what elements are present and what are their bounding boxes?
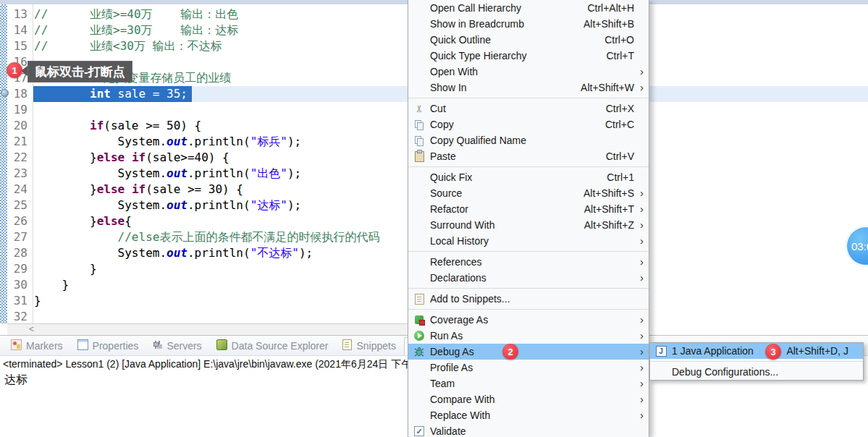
submenu-arrow-icon: › — [637, 391, 646, 407]
menu-item-copy-qualified-name[interactable]: Copy Qualified Name — [408, 132, 649, 148]
paste-icon — [408, 151, 430, 162]
line-number[interactable]: 19 — [6, 102, 28, 118]
menu-item-copy[interactable]: CopyCtrl+C — [408, 116, 649, 132]
cut-icon: ✂ — [408, 103, 430, 114]
menu-item-debug-configurations[interactable]: Debug Configurations... — [650, 364, 863, 380]
line-number[interactable]: 21 — [6, 134, 28, 150]
submenu-arrow-icon: › — [637, 344, 646, 360]
menu-item-label: Debug As — [430, 346, 474, 357]
menu-item-debug-as[interactable]: Debug As› — [408, 344, 649, 360]
menu-item-show-in[interactable]: Show InAlt+Shift+W› — [408, 80, 649, 96]
menu-item-paste[interactable]: PasteCtrl+V — [408, 148, 649, 164]
submenu-arrow-icon: › — [637, 185, 646, 201]
line-number[interactable]: 23 — [6, 166, 28, 182]
tab-snippets[interactable]: Snippets — [336, 337, 402, 355]
markers-icon — [11, 339, 22, 352]
menu-item-open-call-hierarchy[interactable]: Open Call HierarchyCtrl+Alt+H — [408, 0, 649, 16]
line-number[interactable]: 20 — [6, 118, 28, 134]
menu-item-compare-with[interactable]: Compare With› — [408, 391, 649, 407]
menu-separator — [650, 361, 863, 362]
line-number[interactable]: 29 — [6, 261, 28, 277]
code-text: // 业绩>=30万 输出：达标 — [34, 22, 238, 38]
menu-shortcut: Alt+Shift+S — [583, 187, 634, 199]
menu-item-cut[interactable]: ✂CutCtrl+X — [408, 101, 649, 116]
line-number[interactable]: 27 — [6, 229, 28, 245]
breakpoint-tooltip: 鼠标双击-打断点 — [28, 61, 132, 82]
menu-item-label: Quick Fix — [430, 171, 472, 183]
line-number[interactable]: 32 — [6, 309, 28, 325]
menu-item-label: Copy Qualified Name — [430, 135, 526, 146]
menu-item-references[interactable]: References› — [408, 254, 649, 270]
menu-shortcut: Ctrl+T — [607, 50, 635, 61]
menu-item-coverage-as[interactable]: Coverage As› — [408, 312, 649, 328]
debug-icon — [408, 347, 430, 357]
menu-shortcut: Alt+Shift+B — [583, 18, 634, 30]
menu-item-source[interactable]: SourceAlt+Shift+S› — [408, 185, 649, 201]
scroll-left-icon[interactable]: < — [29, 324, 34, 335]
code-text: // 业绩>=40万 输出：出色 — [34, 7, 238, 22]
menu-item-label: References — [430, 256, 482, 268]
menu-item-label: Copy — [430, 119, 454, 130]
tab-label: Data Source Explorer — [232, 340, 329, 352]
tab-label: Servers — [167, 340, 201, 352]
menu-item-team[interactable]: Team› — [408, 376, 649, 391]
snippets-icon — [408, 294, 430, 305]
coverage-icon — [408, 315, 430, 324]
line-number[interactable]: 22 — [6, 150, 28, 166]
java-application-icon: J — [650, 346, 672, 357]
menu-item-declarations[interactable]: Declarations› — [408, 270, 649, 286]
line-number[interactable]: 18 — [6, 86, 28, 102]
menu-item-surround-with[interactable]: Surround WithAlt+Shift+Z› — [408, 217, 649, 233]
menu-item-show-in-breadcrumb[interactable]: Show in BreadcrumbAlt+Shift+B — [408, 16, 649, 32]
menu-item-1-java-application[interactable]: J1 Java ApplicationAlt+Shift+D, J — [650, 343, 863, 359]
tab-data-source-explorer[interactable]: Data Source Explorer — [210, 337, 335, 355]
menu-item-label: Run As — [430, 330, 463, 341]
menu-shortcut: Ctrl+V — [606, 150, 634, 162]
menu-item-open-with[interactable]: Open With› — [408, 64, 649, 80]
horizontal-scrollbar[interactable]: < — [7, 323, 408, 336]
annotation-badge-2: 2 — [502, 344, 518, 360]
code-text: //else表示上面的条件都不满足的时候执行的代码 — [34, 229, 379, 245]
menu-item-label: Surround With — [430, 219, 494, 231]
line-number[interactable]: 30 — [6, 277, 28, 293]
menu-shortcut: Ctrl+O — [604, 34, 634, 46]
breakpoint-icon[interactable] — [1, 89, 9, 97]
code-text: int sale = 35; — [34, 86, 187, 102]
menu-item-replace-with[interactable]: Replace With› — [408, 407, 649, 423]
line-number[interactable]: 31 — [6, 293, 28, 309]
tab-servers[interactable]: Servers — [146, 338, 208, 354]
tab-properties[interactable]: Properties — [71, 337, 146, 355]
line-number[interactable]: 25 — [6, 198, 28, 213]
line-number[interactable]: 15 — [6, 38, 28, 54]
line-number[interactable]: 13 — [6, 7, 28, 22]
menu-item-label: Show In — [430, 82, 467, 93]
menu-item-quick-outline[interactable]: Quick OutlineCtrl+O — [408, 32, 649, 48]
submenu-arrow-icon: › — [637, 328, 646, 344]
line-number[interactable]: 24 — [6, 182, 28, 198]
menu-item-quick-fix[interactable]: Quick FixCtrl+1 — [408, 169, 649, 185]
menu-item-profile-as[interactable]: Profile As› — [408, 360, 649, 376]
code-text: System.out.println("不达标"); — [34, 245, 313, 261]
menu-item-local-history[interactable]: Local History› — [408, 233, 649, 249]
code-text: } — [34, 277, 69, 293]
tab-markers[interactable]: Markers — [4, 337, 69, 355]
submenu-arrow-icon: › — [637, 80, 646, 96]
menu-item-validate[interactable]: ✓Validate — [408, 423, 649, 437]
menu-item-label: Quick Outline — [430, 34, 491, 46]
line-number[interactable]: 26 — [6, 213, 28, 229]
line-number[interactable]: 28 — [6, 245, 28, 261]
menu-item-run-as[interactable]: Run As› — [408, 328, 649, 344]
menu-separator — [408, 309, 649, 310]
menu-item-label: Open With — [430, 66, 478, 77]
tab-label: Properties — [93, 340, 139, 352]
menu-item-add-to-snippets[interactable]: Add to Snippets... — [408, 291, 649, 307]
menu-item-label: Debug Configurations... — [672, 366, 778, 378]
menu-item-refactor[interactable]: RefactorAlt+Shift+T› — [408, 201, 649, 217]
menu-separator — [408, 251, 649, 252]
menu-item-quick-type-hierarchy[interactable]: Quick Type HierarchyCtrl+T — [408, 48, 649, 64]
code-text: System.out.println("出色"); — [34, 166, 301, 182]
line-number[interactable]: 14 — [6, 22, 28, 38]
menu-separator — [408, 166, 649, 167]
submenu-arrow-icon: › — [637, 312, 646, 328]
code-text: if(sale >= 50) { — [34, 118, 201, 134]
